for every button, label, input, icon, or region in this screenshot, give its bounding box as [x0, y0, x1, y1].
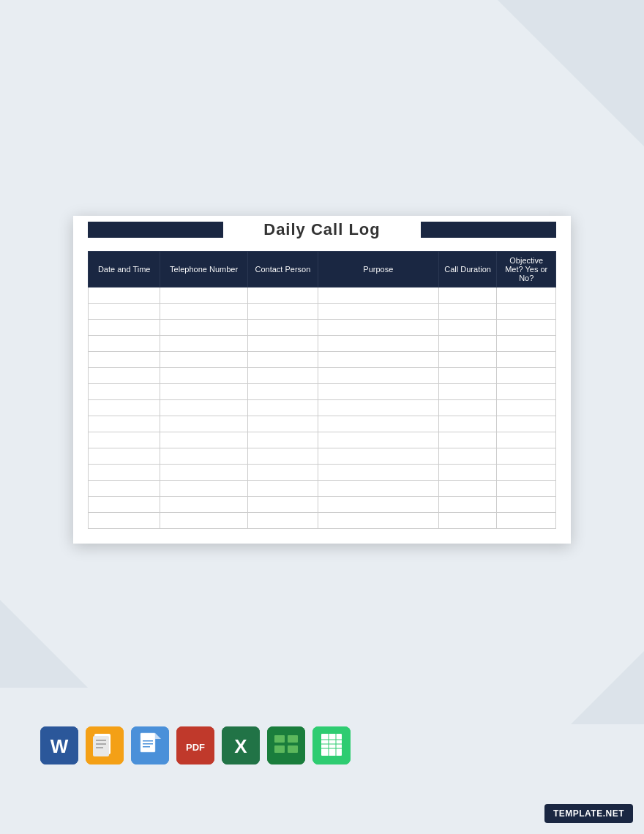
table-cell[interactable] [89, 513, 160, 529]
table-cell[interactable] [247, 336, 318, 352]
table-cell[interactable] [497, 416, 556, 432]
table-cell[interactable] [438, 320, 497, 336]
table-cell[interactable] [160, 352, 247, 368]
format-icon-gsheets[interactable] [312, 726, 351, 764]
table-cell[interactable] [247, 465, 318, 481]
table-cell[interactable] [318, 400, 439, 416]
table-cell[interactable] [438, 513, 497, 529]
table-cell[interactable] [318, 481, 439, 497]
table-cell[interactable] [89, 465, 160, 481]
table-cell[interactable] [247, 448, 318, 465]
table-cell[interactable] [160, 400, 247, 416]
table-cell[interactable] [438, 288, 497, 304]
table-cell[interactable] [438, 352, 497, 368]
table-cell[interactable] [497, 368, 556, 384]
table-cell[interactable] [89, 448, 160, 465]
table-cell[interactable] [497, 432, 556, 448]
table-cell[interactable] [247, 481, 318, 497]
table-cell[interactable] [160, 481, 247, 497]
col-header-phone: Telephone Number [160, 252, 247, 288]
table-cell[interactable] [247, 320, 318, 336]
table-cell[interactable] [438, 465, 497, 481]
table-cell[interactable] [160, 497, 247, 513]
table-cell[interactable] [247, 400, 318, 416]
format-icon-pdf[interactable]: PDF [176, 726, 214, 764]
table-cell[interactable] [438, 481, 497, 497]
table-cell[interactable] [318, 416, 439, 432]
svg-rect-25 [321, 734, 342, 756]
table-cell[interactable] [318, 497, 439, 513]
format-icon-pages[interactable] [86, 726, 124, 764]
table-cell[interactable] [438, 416, 497, 432]
table-cell[interactable] [247, 513, 318, 529]
table-cell[interactable] [497, 400, 556, 416]
table-cell[interactable] [438, 368, 497, 384]
table-cell[interactable] [89, 432, 160, 448]
table-cell[interactable] [89, 320, 160, 336]
format-icon-gdocs[interactable] [131, 726, 169, 764]
table-cell[interactable] [318, 288, 439, 304]
table-cell[interactable] [89, 368, 160, 384]
table-cell[interactable] [497, 304, 556, 320]
format-icon-numbers[interactable] [267, 726, 305, 764]
table-cell[interactable] [438, 336, 497, 352]
table-cell[interactable] [247, 416, 318, 432]
table-cell[interactable] [160, 465, 247, 481]
table-cell[interactable] [318, 465, 439, 481]
table-cell[interactable] [497, 465, 556, 481]
table-cell[interactable] [247, 288, 318, 304]
table-cell[interactable] [160, 368, 247, 384]
table-cell[interactable] [89, 352, 160, 368]
table-cell[interactable] [247, 368, 318, 384]
table-cell[interactable] [318, 448, 439, 465]
table-cell[interactable] [89, 288, 160, 304]
table-cell[interactable] [318, 368, 439, 384]
table-cell[interactable] [247, 384, 318, 400]
table-cell[interactable] [247, 304, 318, 320]
table-cell[interactable] [160, 448, 247, 465]
table-cell[interactable] [160, 384, 247, 400]
table-cell[interactable] [160, 288, 247, 304]
table-cell[interactable] [318, 304, 439, 320]
table-cell[interactable] [438, 384, 497, 400]
table-cell[interactable] [497, 320, 556, 336]
table-cell[interactable] [89, 416, 160, 432]
table-cell[interactable] [438, 448, 497, 465]
table-cell[interactable] [438, 497, 497, 513]
table-cell[interactable] [160, 320, 247, 336]
table-cell[interactable] [89, 400, 160, 416]
table-cell[interactable] [89, 481, 160, 497]
table-cell[interactable] [247, 352, 318, 368]
format-icon-word[interactable]: W [40, 726, 78, 764]
table-cell[interactable] [318, 320, 439, 336]
table-cell[interactable] [160, 304, 247, 320]
table-cell[interactable] [497, 384, 556, 400]
table-cell[interactable] [497, 352, 556, 368]
table-cell[interactable] [160, 513, 247, 529]
table-row [89, 465, 556, 481]
table-cell[interactable] [497, 497, 556, 513]
table-cell[interactable] [497, 513, 556, 529]
table-cell[interactable] [318, 352, 439, 368]
table-cell[interactable] [89, 497, 160, 513]
table-cell[interactable] [438, 400, 497, 416]
table-cell[interactable] [247, 497, 318, 513]
table-cell[interactable] [438, 432, 497, 448]
table-cell[interactable] [160, 336, 247, 352]
table-cell[interactable] [89, 336, 160, 352]
table-cell[interactable] [160, 416, 247, 432]
table-cell[interactable] [318, 513, 439, 529]
table-cell[interactable] [438, 304, 497, 320]
table-cell[interactable] [318, 336, 439, 352]
table-cell[interactable] [497, 288, 556, 304]
table-cell[interactable] [247, 432, 318, 448]
table-cell[interactable] [318, 384, 439, 400]
table-cell[interactable] [318, 432, 439, 448]
table-cell[interactable] [89, 384, 160, 400]
table-cell[interactable] [497, 481, 556, 497]
table-cell[interactable] [497, 336, 556, 352]
table-cell[interactable] [160, 432, 247, 448]
table-cell[interactable] [497, 448, 556, 465]
format-icon-excel[interactable]: X [222, 726, 260, 764]
table-cell[interactable] [89, 304, 160, 320]
